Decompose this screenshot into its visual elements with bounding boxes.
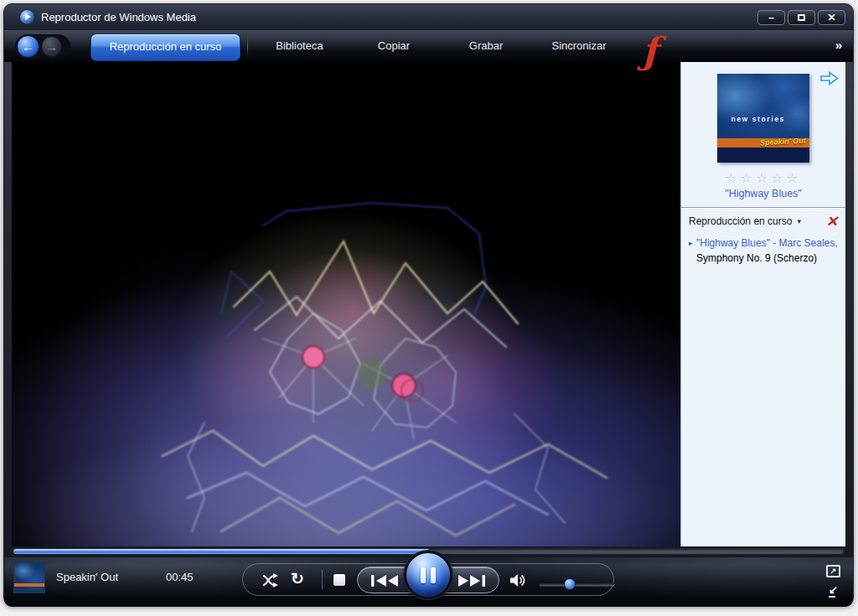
shuffle-button[interactable]: [261, 573, 280, 591]
clear-playlist-icon[interactable]: ✕: [826, 215, 838, 227]
maximize-button[interactable]: [788, 10, 815, 25]
back-button[interactable]: ←: [17, 35, 39, 58]
close-button[interactable]: ✕: [818, 10, 845, 25]
visualization-strands: [12, 62, 680, 546]
now-playing-title: Speakin' Out: [56, 557, 118, 598]
volume-slider[interactable]: [540, 579, 615, 590]
tab-now-playing-label: Reproducción en curso: [110, 40, 222, 53]
tab-sync[interactable]: Sincronizar: [533, 30, 625, 62]
signature-f-logo-icon: ƒ: [642, 27, 658, 75]
now-playing-marker-icon: ▸: [689, 236, 696, 251]
pause-icon: [406, 567, 450, 583]
wmp-logo-icon: [20, 10, 34, 24]
stop-button[interactable]: [333, 574, 345, 586]
track-caption: "Highway Blues": [681, 188, 845, 199]
title-bar: Reproductor de Windows Media – ✕: [4, 4, 853, 30]
chevron-down-icon[interactable]: ▾: [797, 217, 801, 225]
list-item[interactable]: ▸ "Highway Blues" - Marc Seales,...: [689, 236, 838, 251]
track-list: ▸ "Highway Blues" - Marc Seales,... Symp…: [689, 236, 838, 266]
playlist-dropdown[interactable]: Reproducción en curso: [689, 215, 792, 227]
transport-bar: Speakin' Out 00:45 ↻: [4, 557, 853, 607]
playlist-header: Reproducción en curso ▾ ✕: [689, 215, 838, 227]
tab-library[interactable]: Biblioteca: [251, 30, 348, 62]
volume-mute-button[interactable]: [509, 572, 528, 592]
tab-rip[interactable]: Copiar: [352, 30, 436, 62]
playlist-panel: Reproducción en curso ▾ ✕ ▸ "Highway Blu…: [681, 209, 845, 266]
tab-bar: ← → Reproducción en curso ▾ Biblioteca C…: [4, 30, 853, 62]
album-art: new stories Speakin' Out: [717, 74, 809, 163]
controls-separator: [322, 570, 323, 590]
wmp-window: Reproductor de Windows Media – ✕ ← → Rep…: [3, 3, 854, 606]
previous-button[interactable]: [370, 574, 400, 591]
volume-handle[interactable]: [564, 578, 576, 590]
window-controls: – ✕: [757, 10, 845, 25]
seek-progress: [13, 549, 429, 554]
elapsed-time: 00:45: [166, 557, 194, 598]
next-button[interactable]: [457, 574, 487, 591]
nav-buttons: ← →: [15, 34, 70, 59]
now-playing-thumbnail: [13, 562, 45, 593]
tab-burn[interactable]: Grabar: [446, 30, 526, 62]
compact-mode-button[interactable]: ↙: [829, 584, 838, 598]
volume-track: [540, 583, 615, 586]
list-item[interactable]: Symphony No. 9 (Scherzo): [689, 251, 838, 266]
pause-button[interactable]: [404, 551, 452, 599]
maximize-icon: [798, 14, 805, 21]
visualization: [12, 62, 680, 546]
tab-overflow-chevron-icon[interactable]: »: [835, 30, 842, 62]
minimize-button[interactable]: –: [757, 10, 785, 25]
content-area: new stories Speakin' Out ☆☆☆☆☆ "Highway …: [4, 62, 853, 546]
rating-stars[interactable]: ☆☆☆☆☆: [681, 170, 845, 186]
repeat-button[interactable]: ↻: [291, 568, 304, 590]
album-art-artist-text: new stories: [731, 115, 785, 123]
track-title: Symphony No. 9 (Scherzo): [696, 251, 817, 266]
tab-now-playing[interactable]: Reproducción en curso ▾: [90, 34, 240, 61]
track-marker: [689, 251, 696, 266]
media-info-arrow-icon[interactable]: [820, 71, 839, 88]
now-playing-sidebar: new stories Speakin' Out ☆☆☆☆☆ "Highway …: [680, 62, 845, 546]
forward-button[interactable]: →: [41, 36, 62, 57]
album-art-section: new stories Speakin' Out ☆☆☆☆☆ "Highway …: [681, 63, 845, 199]
track-title: "Highway Blues" - Marc Seales,...: [696, 236, 838, 251]
tab-divider: [247, 36, 248, 57]
fullscreen-button[interactable]: ↗: [826, 565, 840, 577]
album-art-bottom-band: [717, 148, 809, 163]
video-area[interactable]: [12, 62, 680, 546]
window-title: Reproductor de Windows Media: [41, 11, 196, 23]
